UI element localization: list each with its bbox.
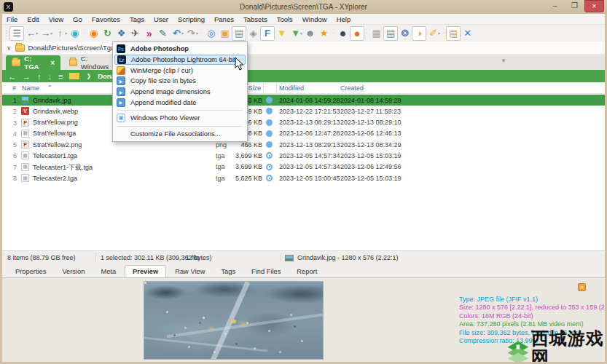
column-header-number[interactable]: #	[12, 84, 16, 92]
menu-tags[interactable]: Tags	[130, 15, 144, 23]
tab-version[interactable]: Version	[55, 266, 92, 277]
tab-raw-view[interactable]: Raw View	[168, 266, 212, 277]
menu-edit[interactable]: Edit	[27, 15, 39, 23]
address-expander-icon[interactable]: ∨	[7, 44, 12, 52]
table-row[interactable]: 8 ▦ Telecaster2.tga tga 5,626 KB 2023-12…	[2, 173, 605, 183]
panes-icon[interactable]: ▦	[369, 26, 383, 40]
tab-tags[interactable]: Tags	[214, 266, 243, 277]
refresh-icon[interactable]: ↻	[101, 26, 114, 40]
undo-dropdown-icon[interactable]: ▾	[181, 31, 184, 36]
redo-dropdown-icon[interactable]: ▾	[196, 31, 198, 36]
maximize-button[interactable]: ❐	[565, 0, 584, 11]
menu-item-windows-photo-viewer[interactable]: ▣ Windows Photo Viewer	[114, 113, 246, 124]
menu-panes[interactable]: Panes	[214, 15, 234, 23]
back-dropdown-icon[interactable]: ▾	[36, 31, 38, 36]
filter-yellow-icon[interactable]: ▼	[275, 26, 289, 40]
menu-view[interactable]: View	[49, 15, 63, 23]
title-bar[interactable]: X Donald\Pictures\Screen\TGA - XYplorer …	[0, 0, 607, 14]
folder-icon[interactable]	[69, 73, 79, 79]
tab-preview[interactable]: Preview	[125, 265, 166, 277]
panel-flag-icon[interactable]: ≡	[578, 283, 586, 291]
preview-image[interactable]	[144, 281, 324, 360]
table-row[interactable]: 2 V Grindavik.webp 59 KB 2023-12-22 17:2…	[2, 106, 605, 116]
column-divider[interactable]	[263, 84, 264, 92]
table-row[interactable]: 1 Grindavik.jpg 303 KB 2024-01-08 14:59:…	[2, 95, 605, 106]
tools-icon[interactable]: ✕	[461, 26, 474, 40]
send-icon[interactable]: ✈	[128, 26, 142, 40]
paste-icon[interactable]: ▤	[232, 26, 246, 41]
column-header-modified[interactable]: Modified	[279, 84, 304, 92]
menu-file[interactable]: File	[7, 15, 17, 23]
pen-icon[interactable]: ✎	[156, 26, 170, 40]
grip-handle[interactable]: ⋮	[4, 26, 9, 40]
crumb-menu-icon[interactable]: ≡	[58, 72, 63, 81]
menu-item-append-modified-date[interactable]: ▶ Append modified date	[114, 97, 246, 108]
menu-item-append-image-dimensions[interactable]: ▶ Append image dimensions	[114, 87, 246, 98]
column-headers: # Name ⌃ Size Modified Created	[2, 82, 605, 94]
brush-dropdown-icon[interactable]: ▾	[438, 31, 440, 36]
details-view-icon[interactable]: ▤	[383, 26, 398, 41]
filter-dropdown-icon[interactable]: ▾	[300, 31, 302, 36]
menu-item-customize-file-associations[interactable]: Customize File Associations...	[114, 129, 246, 140]
tab-find-files[interactable]: Find Files	[244, 266, 288, 277]
crumb-forward-icon[interactable]: →	[23, 72, 31, 81]
star-icon[interactable]: ★	[317, 26, 331, 40]
file-name: StratYellow.png	[33, 119, 78, 126]
tablist-filter-icon[interactable]: ▼	[501, 58, 506, 64]
menu-window[interactable]: Window	[302, 15, 327, 23]
table-row[interactable]: 6 ▦ Telecaster1.tga tga 3,699 KB 2023-12…	[2, 150, 605, 161]
tab-c-windows[interactable]: C: Windows	[63, 55, 116, 70]
lock-bag-icon[interactable]: ◈	[246, 26, 260, 40]
menu-item-winmerge[interactable]: WinMerge (clip / cur)	[114, 65, 246, 76]
menu-icon[interactable]: ☰	[9, 26, 24, 41]
column-header-created[interactable]: Created	[340, 84, 364, 92]
row-number: 1	[9, 97, 17, 104]
address-path[interactable]: Donald\Pictures\Screen\Tga	[28, 44, 115, 52]
column-header-name[interactable]: Name	[22, 84, 39, 92]
tab-close-icon[interactable]: ×	[50, 59, 55, 67]
menu-tabsets[interactable]: Tabsets	[243, 15, 267, 23]
address-bar[interactable]: ∨ Donald\Pictures\Screen\Tga	[2, 41, 605, 55]
menu-user[interactable]: User	[154, 15, 168, 23]
ghost-icon[interactable]: ☻	[303, 26, 317, 40]
column-divider[interactable]	[276, 84, 277, 92]
menu-favorites[interactable]: Favorites	[92, 15, 120, 23]
moon-icon[interactable]: ●	[336, 26, 350, 40]
up-dropdown-icon[interactable]: ▾	[65, 31, 67, 36]
items-count-status: 8 items (88.79 GB free)	[7, 254, 76, 261]
minimize-button[interactable]: –	[545, 0, 565, 11]
go-icon[interactable]: ◉	[87, 26, 101, 40]
search-icon[interactable]: ◎	[204, 26, 218, 40]
tab-c-tga[interactable]: C: TGA ×	[6, 55, 60, 70]
font-icon[interactable]: F	[260, 26, 275, 41]
scripts-icon[interactable]: »	[142, 26, 156, 40]
close-button[interactable]: ×	[584, 0, 604, 12]
menu-help[interactable]: Help	[337, 15, 351, 23]
table-row[interactable]: 5 P StratYellow2.png png 466 KB 2023-12-…	[2, 139, 605, 150]
crumb-up-icon[interactable]: ↑	[37, 72, 42, 81]
basketball-icon[interactable]: ●	[350, 26, 364, 41]
file-created: 2023-12-06 12:49:56	[340, 163, 402, 170]
table-row[interactable]: 3 P StratYellow.png 456 KB 2023-12-13 08…	[2, 117, 605, 128]
forward-dropdown-icon[interactable]: ▾	[50, 31, 52, 36]
layers-icon[interactable]: ❖	[114, 26, 128, 40]
location-pin-icon[interactable]: ◉	[68, 26, 82, 40]
table-row[interactable]: 4 ▦ StratYellow.tga 938 KB 2023-12-06 12…	[2, 128, 605, 139]
notepad-icon[interactable]: ▤	[446, 26, 461, 41]
menu-item-adobe-photoshop[interactable]: Ps Adobe Photoshop	[114, 44, 246, 55]
watermark-title: 西城游戏网	[531, 329, 607, 364]
crumb-back-icon[interactable]: ←	[8, 72, 16, 81]
menu-go[interactable]: Go	[73, 15, 82, 23]
menu-item-lightroom[interactable]: Lr Adobe Photoshop Lightroom 64-bit	[114, 55, 246, 66]
crumb-down-icon[interactable]: ↓	[48, 72, 52, 81]
menu-tools[interactable]: Tools	[277, 15, 293, 23]
tab-properties[interactable]: Properties	[8, 266, 53, 277]
badge-icon[interactable]: ❂	[398, 26, 412, 40]
copy-icon[interactable]: ▣	[218, 26, 232, 40]
menu-scripting[interactable]: Scripting	[178, 15, 205, 23]
colors-icon[interactable]: ◑	[412, 26, 426, 41]
tab-report[interactable]: Report	[289, 266, 324, 277]
table-row[interactable]: 7 ▦ Telecaster1-下载.tga tga 3,699 KB 2023…	[2, 162, 605, 173]
tab-meta[interactable]: Meta	[93, 266, 123, 277]
menu-item-copy-file-size[interactable]: ▶ Copy file size in bytes	[114, 76, 246, 87]
